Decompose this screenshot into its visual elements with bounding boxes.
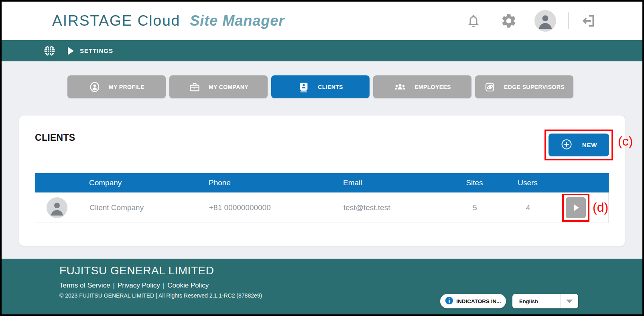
top-header: AIRSTAGE Cloud Site Manager bbox=[2, 2, 642, 40]
arrow-right-icon bbox=[574, 205, 579, 211]
new-client-button[interactable]: NEW bbox=[549, 134, 609, 156]
tab-label: MY COMPANY bbox=[209, 84, 248, 90]
terms-of-service-link[interactable]: Terms of Service bbox=[59, 282, 110, 289]
privacy-policy-link[interactable]: Privacy Policy bbox=[118, 282, 160, 289]
globe-icon[interactable] bbox=[43, 45, 56, 57]
column-sites: Sites bbox=[443, 178, 506, 187]
cell-email: test@test.test bbox=[343, 203, 444, 212]
new-button-label: NEW bbox=[582, 142, 597, 148]
language-caret-zone bbox=[560, 294, 578, 308]
cell-sites: 5 bbox=[444, 203, 506, 212]
tab-edge-supervisors[interactable]: EDGE SUPERVISORS bbox=[475, 75, 573, 98]
logo-product-text: Site Manager bbox=[190, 12, 284, 29]
cell-company: Client Company bbox=[89, 203, 209, 212]
link-separator: | bbox=[113, 282, 115, 289]
clients-panel: CLIENTS NEW (c) Company Phone Email Site… bbox=[19, 115, 625, 246]
header-divider bbox=[568, 12, 569, 29]
annotation-label-c: (c) bbox=[618, 134, 633, 149]
logo-brand-text: AIRSTAGE Cloud bbox=[52, 12, 180, 29]
tab-clients[interactable]: CLIENTS bbox=[271, 75, 370, 98]
chevron-down-icon bbox=[566, 300, 573, 303]
column-users: Users bbox=[506, 178, 550, 187]
content-area: MY PROFILE MY COMPANY CLIENTS EMPLOYEES bbox=[2, 61, 642, 259]
settings-tabs: MY PROFILE MY COMPANY CLIENTS EMPLOYEES bbox=[67, 75, 573, 98]
annotation-box-d bbox=[562, 194, 589, 222]
tab-label: EMPLOYEES bbox=[414, 84, 451, 90]
airstage-logo: AIRSTAGE Cloud Site Manager bbox=[52, 12, 284, 29]
column-phone: Phone bbox=[209, 178, 343, 187]
table-header-row: Company Phone Email Sites Users bbox=[35, 173, 609, 192]
breadcrumb-arrow-icon bbox=[68, 47, 74, 55]
cell-users: 4 bbox=[506, 203, 550, 212]
tab-label: EDGE SUPERVISORS bbox=[504, 84, 565, 90]
plus-circle-icon bbox=[561, 138, 573, 152]
annotation-box-c: NEW bbox=[544, 130, 613, 160]
column-company: Company bbox=[89, 178, 209, 187]
person-circle-icon bbox=[89, 81, 101, 93]
language-select[interactable]: English bbox=[512, 294, 578, 308]
notifications-bell-icon[interactable] bbox=[465, 13, 481, 28]
link-separator: | bbox=[163, 282, 165, 289]
header-icon-group bbox=[465, 2, 597, 40]
link-square-icon bbox=[484, 81, 496, 93]
indicators-button-label: INDICATORS IN... bbox=[456, 298, 501, 304]
id-badge-icon bbox=[298, 81, 310, 93]
client-avatar bbox=[47, 197, 67, 218]
user-avatar[interactable] bbox=[534, 10, 556, 32]
tab-label: CLIENTS bbox=[318, 84, 343, 90]
tab-employees[interactable]: EMPLOYEES bbox=[373, 75, 471, 98]
table-row: Client Company +81 00000000000 test@test… bbox=[35, 192, 609, 223]
logout-icon[interactable] bbox=[580, 13, 597, 29]
annotation-label-d: (d) bbox=[593, 200, 608, 215]
footer-company-name: FUJITSU GENERAL LIMITED bbox=[59, 264, 214, 277]
clients-table: Company Phone Email Sites Users Client C… bbox=[35, 173, 609, 223]
briefcase-icon bbox=[189, 81, 201, 93]
tab-my-profile[interactable]: MY PROFILE bbox=[67, 75, 166, 98]
column-email: Email bbox=[343, 178, 443, 187]
tab-my-company[interactable]: MY COMPANY bbox=[169, 75, 268, 98]
breadcrumb-label: SETTINGS bbox=[80, 47, 113, 54]
people-group-icon bbox=[394, 81, 406, 93]
indicators-info-button[interactable]: INDICATORS IN... bbox=[440, 294, 506, 308]
info-icon bbox=[445, 296, 453, 306]
cookie-policy-link[interactable]: Cookie Policy bbox=[167, 282, 209, 289]
settings-gear-icon[interactable] bbox=[500, 12, 518, 29]
footer-links: Terms of Service|Privacy Policy|Cookie P… bbox=[59, 282, 209, 290]
app-window: AIRSTAGE Cloud Site Manager SETTINGS bbox=[0, 0, 644, 316]
footer: FUJITSU GENERAL LIMITED Terms of Service… bbox=[2, 259, 642, 314]
language-selected-value: English bbox=[519, 298, 560, 304]
tab-label: MY PROFILE bbox=[109, 84, 144, 90]
client-avatar-cell bbox=[35, 197, 89, 218]
breadcrumb: SETTINGS bbox=[2, 40, 642, 61]
panel-title: CLIENTS bbox=[35, 132, 75, 143]
cell-actions: (d) bbox=[550, 192, 608, 223]
open-client-button[interactable] bbox=[566, 197, 586, 218]
cell-phone: +81 00000000000 bbox=[209, 203, 343, 212]
footer-copyright: © 2023 FUJITSU GENERAL LIMITED | All Rig… bbox=[59, 292, 262, 299]
